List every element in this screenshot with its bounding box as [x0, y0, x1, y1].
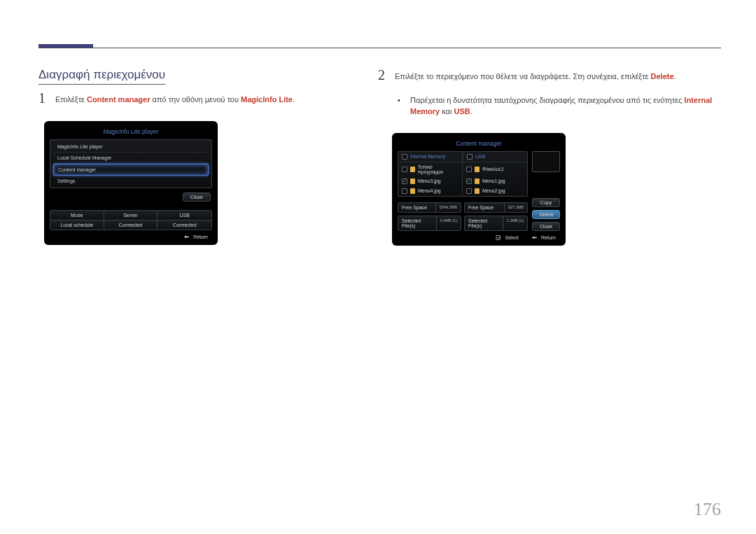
grid-val-usb-connected: Connected	[158, 220, 211, 230]
file-row-menu4[interactable]: Menu4.jpg	[398, 186, 463, 196]
image-icon	[410, 188, 415, 194]
summary-free-label: Free Space	[465, 203, 504, 212]
checkbox-menu1-checked[interactable]	[466, 178, 472, 184]
header-accent	[38, 44, 93, 48]
step-2-text: Επιλέξτε το περιεχόμενο που θέλετε να δι…	[395, 71, 676, 83]
ui1-title: MagicInfo Lite player	[50, 127, 212, 139]
step-1-number: 1	[38, 91, 46, 105]
grid-head-mode: Mode	[50, 211, 104, 220]
file-label: Φάκελος1	[482, 167, 504, 171]
step-1-red-1: Content manager	[87, 95, 150, 104]
file-row-menu2[interactable]: Menu2.jpg	[463, 186, 527, 196]
image-icon	[410, 178, 415, 184]
return-icon	[183, 234, 190, 239]
col-head-usb[interactable]: USB	[463, 152, 527, 162]
grid-val-server-connected: Connected	[104, 220, 158, 230]
ui2-summary: Free Space 5549.2MB Free Space 627.2MB S…	[398, 202, 528, 231]
return-icon	[531, 235, 538, 240]
bullet-mid: και	[440, 107, 454, 115]
ui2-title: Content manager	[398, 139, 560, 151]
bullet-pre: Παρέχεται η δυνατότητα ταυτόχρονης διαγρ…	[410, 96, 685, 104]
step-1-post: .	[293, 95, 295, 104]
file-row-menu1[interactable]: Menu1.jpg	[463, 176, 527, 186]
file-label: Menu4.jpg	[418, 188, 441, 193]
image-icon	[475, 178, 479, 184]
col-head-usb-label: USB	[475, 154, 485, 159]
delete-button[interactable]: Delete	[532, 210, 560, 219]
bullet-mark: •	[398, 95, 402, 118]
preview-thumbnail	[532, 151, 560, 172]
file-row-folder1[interactable]: Φάκελος1	[463, 162, 527, 176]
step-2-red: Delete	[651, 72, 674, 80]
file-label: Τοπικό πρόγραμμα	[418, 164, 458, 174]
file-label: Menu3.jpg	[418, 178, 441, 183]
step-1-mid: από την οθόνη μενού του	[150, 95, 241, 104]
menu-item-local-schedule-manager[interactable]: Local Schedule Manager	[53, 153, 209, 164]
image-icon	[475, 188, 479, 194]
step-1-text: Επιλέξτε Content manager από την οθόνη μ…	[55, 94, 295, 106]
summary-selected-label: Selected File(s)	[465, 216, 503, 230]
step-1-red-2: MagicInfo Lite	[241, 95, 293, 104]
checkbox-internal-memory-all[interactable]	[402, 154, 407, 160]
summary-selected-internal: Selected File(s) 0.4MB (1)	[398, 216, 461, 231]
grid-val-local-schedule: Local schedule	[50, 220, 104, 230]
bullet-note: • Παρέχεται η δυνατότητα ταυτόχρονης δια…	[398, 95, 721, 118]
ui2-select-label: Select	[505, 235, 519, 240]
checkbox-menu2[interactable]	[466, 188, 472, 194]
bullet-text: Παρέχεται η δυνατότητα ταυτόχρονης διαγρ…	[410, 95, 721, 118]
ui1-status-grid: Mode Server USB Local schedule Connected…	[50, 210, 212, 230]
step-1-pre: Επιλέξτε	[55, 95, 87, 104]
step-2-number: 2	[378, 68, 385, 82]
step-2: 2 Επιλέξτε το περιεχόμενο που θέλετε να …	[378, 68, 721, 83]
step-2-pre: Επιλέξτε το περιεχόμενο που θέλετε να δι…	[395, 72, 651, 80]
menu-item-content-manager[interactable]: Content manager	[53, 164, 209, 176]
step-1: 1 Επιλέξτε Content manager από την οθόνη…	[38, 91, 357, 106]
copy-button[interactable]: Copy	[532, 198, 560, 207]
magicinfo-lite-player-ui: MagicInfo Lite player MagicInfo Lite pla…	[44, 121, 218, 245]
summary-free-val-usb: 627.2MB	[504, 203, 527, 212]
checkbox-menu3-checked[interactable]	[402, 178, 407, 184]
checkbox-folder1[interactable]	[466, 167, 472, 172]
section-title: Διαγραφή περιεχομένου	[38, 68, 165, 85]
checkbox-menu4[interactable]	[402, 188, 407, 194]
close-button[interactable]: Close	[532, 222, 560, 231]
file-row-menu3[interactable]: Menu3.jpg	[398, 176, 463, 186]
summary-selected-label: Selected File(s)	[398, 216, 436, 230]
checkmark-icon	[496, 235, 502, 240]
header-rule	[38, 48, 721, 48]
folder-icon	[475, 167, 479, 172]
checkbox-local-program[interactable]	[402, 167, 407, 172]
ui1-return-label: Return	[193, 234, 208, 239]
close-button[interactable]: Close	[183, 192, 211, 202]
page-number: 176	[694, 499, 721, 520]
bullet-post: .	[470, 107, 472, 115]
file-label: Menu1.jpg	[482, 178, 505, 183]
grid-head-usb: USB	[158, 211, 211, 220]
content-manager-ui: Content manager Internal Memory USB	[392, 133, 566, 246]
grid-head-server: Server	[104, 211, 158, 220]
file-label: Menu2.jpg	[482, 188, 505, 193]
file-icon	[410, 167, 415, 172]
summary-selected-usb: Selected File(s) 1.2MB (1)	[464, 216, 528, 231]
ui1-menu-panel: MagicInfo Lite player Local Schedule Man…	[50, 139, 212, 188]
file-row-local-program[interactable]: Τοπικό πρόγραμμα	[398, 162, 463, 176]
checkbox-usb-all[interactable]	[467, 154, 472, 160]
summary-free-space-usb: Free Space 627.2MB	[464, 202, 528, 213]
summary-free-label: Free Space	[398, 203, 435, 212]
summary-selected-val-internal: 0.4MB (1)	[436, 216, 461, 230]
bullet-red-2: USB	[454, 107, 470, 115]
summary-free-space-internal: Free Space 5549.2MB	[398, 202, 461, 213]
summary-free-val-internal: 5549.2MB	[435, 203, 461, 212]
ui2-file-columns: Internal Memory USB Τοπικό πρόγραμμα	[398, 151, 528, 197]
ui2-return-label: Return	[541, 235, 556, 240]
step-2-post: .	[674, 72, 676, 80]
col-head-internal-memory[interactable]: Internal Memory	[398, 152, 463, 162]
menu-item-magicinfo-lite-player[interactable]: MagicInfo Lite player	[53, 141, 209, 153]
menu-item-settings[interactable]: Settings	[53, 176, 209, 186]
summary-selected-val-usb: 1.2MB (1)	[503, 216, 527, 230]
col-head-internal-memory-label: Internal Memory	[410, 154, 446, 159]
